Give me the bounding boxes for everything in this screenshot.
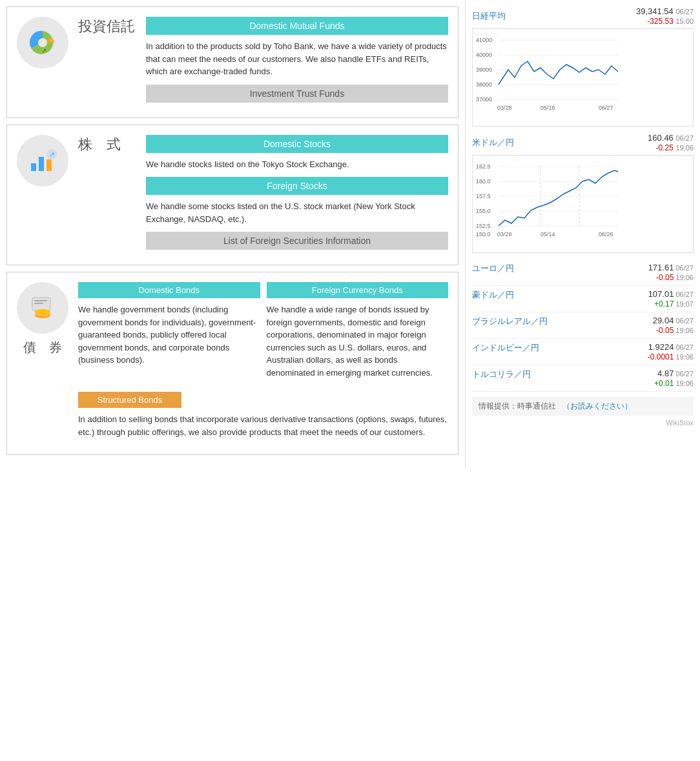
rate-time: 19:06 [674,353,694,361]
info-footer: 情報提供：時事通信社 （お読みください） [472,397,694,416]
svg-rect-10 [34,303,43,304]
rate-date: 06/27 [674,317,694,325]
nikkei-change: -325.53 [647,17,674,26]
rate-row: トルコリラ／円4.87 06/27+0.01 19:06 [472,365,694,392]
foreign-bonds-col: Foreign Currency Bonds We handle a wide … [267,282,449,385]
rate-price: 171.61 [648,263,674,272]
usd-jpy-chart-svg: 162.5 160.0 157.5 155.0 152.5 [476,159,624,249]
svg-text:162.5: 162.5 [476,163,491,170]
rate-name[interactable]: トルコリラ／円 [472,369,531,388]
rate-date: 06/27 [674,343,694,351]
rate-name[interactable]: インドルピー／円 [472,342,539,361]
mutual-funds-label: 投資信託 [78,17,135,36]
usd-jpy-price: 160.46 [648,133,674,143]
svg-text:05/14: 05/14 [540,231,555,238]
rate-time: 19:06 [674,274,694,281]
rate-change: +0.17 [654,299,674,309]
usd-jpy-name[interactable]: 米ドル／円 [472,137,514,148]
mutual-funds-header: Domestic Mutual Funds [146,17,448,35]
svg-text:160.0: 160.0 [476,178,491,185]
rate-price: 29.04 [653,316,674,325]
rate-change: -0.05 [656,326,674,335]
rate-time: 19:06 [674,380,694,387]
wikistox-logo: WikiStox [472,419,694,427]
domestic-bonds-desc: We handle government bonds (including go… [78,303,260,367]
usd-jpy-time: 19:06 [675,144,694,152]
rate-right: 4.87 06/27+0.01 19:06 [654,369,694,388]
mutual-funds-details: Domestic Mutual Funds In addition to the… [146,17,448,108]
svg-text:37000: 37000 [476,96,492,103]
investment-trust-link[interactable]: Investment Trust Funds [146,85,448,103]
structured-bonds-header: Structured Bonds [78,392,181,408]
bonds-label: 債 券 [23,339,62,356]
rate-date: 06/27 [674,370,694,378]
svg-rect-4 [39,157,44,171]
nikkei-name[interactable]: 日経平均 [472,10,506,22]
svg-text:03/28: 03/28 [497,231,512,238]
svg-text:06/26: 06/26 [599,231,613,238]
rate-right: 107.01 06/27+0.17 19:07 [648,289,694,309]
domestic-bonds-col: Domestic Bonds We handle government bond… [78,282,260,385]
rate-time: 19:07 [674,300,694,308]
stocks-label: 株 式 [78,135,121,154]
rate-change: -0.0001 [648,352,674,361]
stocks-details: Domestic Stocks We handle stocks listed … [146,135,448,256]
mutual-funds-label-area: 投資信託 [78,17,136,36]
svg-text:03/28: 03/28 [497,105,512,111]
rate-change: +0.01 [654,379,674,388]
structured-bonds-desc: In addition to selling bonds that incorp… [78,413,448,438]
nikkei-chart: 41000 40000 39000 38000 37000 03/28 05/1… [472,28,694,127]
rate-time: 19:06 [674,327,694,334]
rate-name[interactable]: 豪ドル／円 [472,289,514,309]
rate-change: -0.05 [656,273,674,282]
rate-right: 1.9224 06/27-0.0001 19:06 [648,342,694,361]
svg-point-13 [35,309,50,314]
rate-price: 4.87 [657,369,674,378]
rate-name[interactable]: ブラジルレアル／円 [472,316,548,335]
rates-list: ユーロ／円171.61 06/27-0.05 19:06豪ドル／円107.01 … [472,259,694,392]
svg-text:152.5: 152.5 [476,223,491,229]
usd-jpy-values: 160.46 06/27 -0.25 19:06 [648,133,694,152]
rate-row: インドルピー／円1.9224 06/27-0.0001 19:06 [472,339,694,365]
foreign-securities-link[interactable]: List of Foreign Securities Information [146,232,448,250]
mutual-funds-icon-circle: ↗ [17,17,68,68]
rate-date: 06/27 [674,264,694,272]
nikkei-price: 39,341.54 [636,6,674,16]
domestic-bonds-header: Domestic Bonds [78,282,260,298]
foreign-stocks-header: Foreign Stocks [146,177,448,195]
svg-text:41000: 41000 [476,37,492,43]
usd-jpy-chart: 162.5 160.0 157.5 155.0 152.5 [472,155,694,253]
bonds-top-grid: Domestic Bonds We handle government bond… [78,282,448,385]
foreign-bonds-desc: We handle a wide range of bonds issued b… [267,303,449,379]
bar-chart-icon: ↗ [27,145,58,176]
bonds-icon-area: 債 券 [17,282,68,356]
rate-right: 29.04 06/27-0.05 19:06 [653,316,694,335]
nikkei-header: 日経平均 39,341.54 06/27 -325.53 15:00 [472,6,694,26]
usd-jpy-header: 米ドル／円 160.46 06/27 -0.25 19:06 [472,133,694,152]
svg-rect-5 [46,159,52,171]
info-link[interactable]: （お読みください） [562,401,632,412]
stocks-icon-circle: ↗ [17,135,68,187]
svg-point-1 [38,38,47,47]
svg-text:06/27: 06/27 [599,105,613,111]
rate-row: 豪ドル／円107.01 06/27+0.17 19:07 [472,286,694,312]
usd-jpy-change: -0.25 [655,143,673,152]
svg-text:157.5: 157.5 [476,193,491,199]
stocks-card: ↗ 株 式 Domestic Stocks We handle stocks l… [6,125,458,266]
nikkei-chart-svg: 41000 40000 39000 38000 37000 03/28 05/1… [476,32,624,123]
domestic-stocks-header: Domestic Stocks [146,135,448,153]
rate-row: ブラジルレアル／円29.04 06/27-0.05 19:06 [472,312,694,339]
svg-text:40000: 40000 [476,52,492,58]
svg-text:↗: ↗ [49,150,55,158]
rate-price: 107.01 [648,289,674,299]
rate-name[interactable]: ユーロ／円 [472,263,514,282]
bonds-card: 債 券 Domestic Bonds We handle government … [6,272,458,455]
domestic-stocks-desc: We handle stocks listed on the Tokyo Sto… [146,158,448,171]
sidebar: 日経平均 39,341.54 06/27 -325.53 15:00 410 [465,0,700,468]
svg-rect-9 [34,300,47,301]
info-text: 情報提供：時事通信社 [479,401,556,412]
pie-chart-icon: ↗ [27,27,58,58]
mutual-funds-card: ↗ 投資信託 Domestic Mutual Funds In addition… [6,6,458,118]
svg-text:05/16: 05/16 [540,105,555,111]
main-content: ↗ 投資信託 Domestic Mutual Funds In addition… [0,0,465,468]
